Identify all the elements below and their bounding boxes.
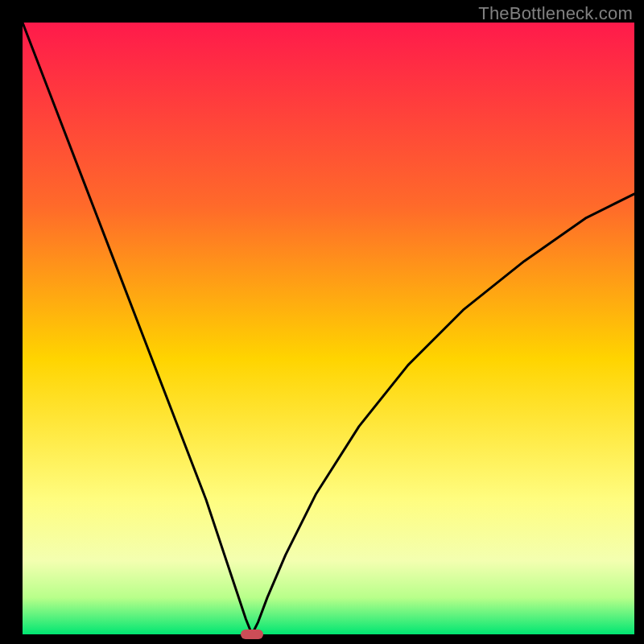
plot-background <box>23 23 634 634</box>
bottleneck-chart <box>0 0 644 644</box>
chart-frame: TheBottleneck.com <box>0 0 644 644</box>
watermark-text: TheBottleneck.com <box>478 3 633 24</box>
optimum-marker <box>241 630 263 639</box>
